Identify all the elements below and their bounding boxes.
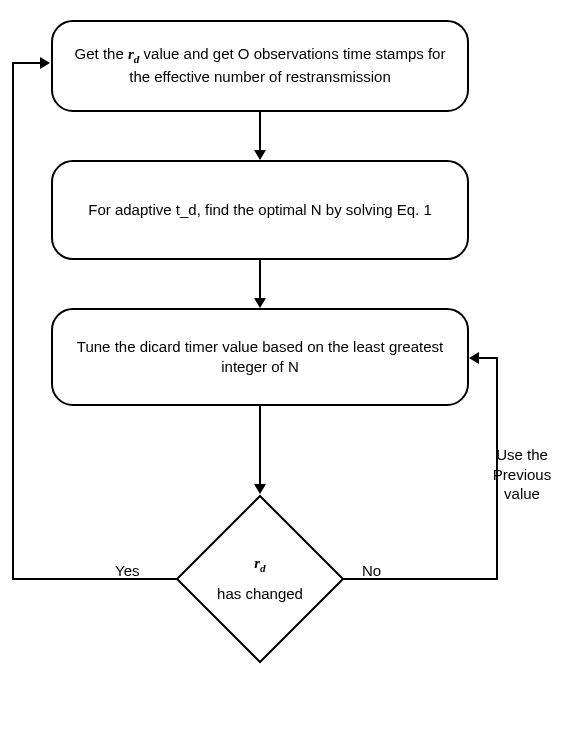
arrowhead-left-icon xyxy=(469,352,479,364)
flowchart-canvas: Get the rd value and get O observations … xyxy=(0,0,562,740)
connector xyxy=(342,578,498,580)
connector xyxy=(478,357,498,359)
decision-line2: has changed xyxy=(217,584,303,604)
arrowhead-down-icon xyxy=(254,298,266,308)
arrowhead-down-icon xyxy=(254,484,266,494)
connector xyxy=(12,578,178,580)
decision-rd-changed: rd has changed xyxy=(175,494,345,664)
decision-content: rd has changed xyxy=(217,553,303,604)
label-use-previous: Use the Previous value xyxy=(483,445,561,504)
arrowhead-down-icon xyxy=(254,150,266,160)
connector xyxy=(259,260,261,300)
process-find-optimal-n: For adaptive t_d, find the optimal N by … xyxy=(51,160,469,260)
decision-line1: rd xyxy=(217,553,303,576)
process-get-rd: Get the rd value and get O observations … xyxy=(51,20,469,112)
connector xyxy=(12,62,42,64)
rd-symbol-sub-2: d xyxy=(260,562,266,574)
n3-text: Tune the dicard timer value based on the… xyxy=(71,337,449,378)
n1-text-pre: Get the xyxy=(75,45,128,62)
n1-text-post: value and get O observations time stamps… xyxy=(129,45,445,85)
connector xyxy=(259,406,261,486)
arrowhead-right-icon xyxy=(40,57,50,69)
n2-text: For adaptive t_d, find the optimal N by … xyxy=(88,200,432,220)
process-tune-timer: Tune the dicard timer value based on the… xyxy=(51,308,469,406)
process-get-rd-text: Get the rd value and get O observations … xyxy=(71,44,449,87)
connector xyxy=(12,62,14,580)
connector xyxy=(259,112,261,152)
